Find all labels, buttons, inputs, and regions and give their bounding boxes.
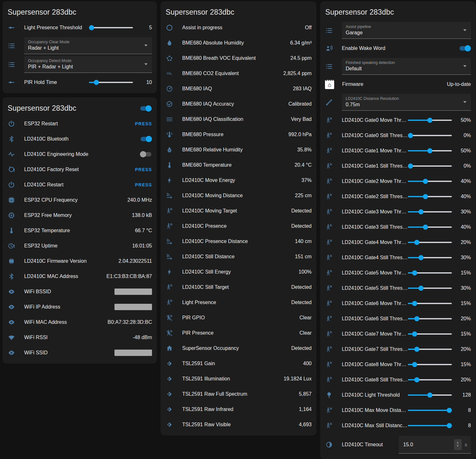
press-button[interactable]: PRESS [135,182,152,187]
entity-label: WiFi BSSID [24,289,114,295]
slider-thumb[interactable] [412,270,417,275]
select-field[interactable]: LD2410C Distance Resolution0.75m [342,94,471,111]
entity-label: LD2410C MAC Address [24,274,103,279]
slider-thumb[interactable] [418,286,424,291]
entity-label: LD2410C Gate6 Still Thres… [342,316,408,322]
slider[interactable] [408,361,452,368]
select-field[interactable]: Assist pipelineGarage [342,22,471,39]
slider[interactable] [408,392,452,398]
entity-row: Enable Wake Word [320,41,476,56]
select-field[interactable]: Finished speaking detectionDefault [342,58,471,75]
check-circle-icon [166,100,173,108]
pressure-icon [166,131,173,138]
entity-label: LD2410C Gate3 Move Thr… [342,209,408,215]
wifi-icon [8,334,15,341]
clock-alert-icon [8,242,15,250]
entity-value: Detected [287,300,312,305]
slider-thumb[interactable] [423,194,428,199]
toggle-switch[interactable] [140,151,152,157]
entity-row: LD2410C Moving TargetDetected [161,203,316,219]
slider[interactable] [408,193,452,200]
slider[interactable] [408,209,452,215]
slider-thumb[interactable] [408,163,413,169]
slider-thumb[interactable] [447,423,452,428]
entity-label: LD2410C Firmware Version [24,258,114,264]
slider[interactable] [408,407,452,414]
slider[interactable] [408,346,452,352]
motion-icon [325,361,333,368]
slider-thumb[interactable] [427,148,432,153]
slider-thumb[interactable] [427,118,432,123]
eye-icon [8,318,15,326]
column-middle: Supersensor 283dbcAssist in progressOffB… [161,1,316,435]
entity-label: LD2410C Bluetooth [24,136,140,142]
slider[interactable] [408,163,452,169]
select-field[interactable]: Occupancy Detect ModePIR + Radar + Light [24,56,152,73]
slider[interactable] [408,224,452,230]
slider-thumb[interactable] [418,209,424,214]
redacted-value [114,350,152,356]
stepper[interactable]: ˄˅ [454,439,462,450]
slider[interactable] [408,300,452,307]
slider-value: 50% [456,148,471,154]
entity-label: TSL2591 Gain [182,361,299,366]
slider-thumb[interactable] [412,362,417,367]
press-button[interactable]: PRESS [135,121,152,126]
slider[interactable] [89,24,133,31]
slider-thumb[interactable] [423,225,428,230]
entity-label: LD2410C Moving Target [182,208,287,214]
list-icon [8,61,15,68]
slider-thumb[interactable] [412,301,417,306]
slider[interactable] [408,316,452,322]
motion-icon [325,300,333,307]
press-button[interactable]: PRESS [135,167,152,172]
entity-value: -48 dBm [129,335,152,340]
card-header-toggle[interactable] [140,105,152,112]
number-input[interactable]: 15.0˄˅s [399,436,471,454]
eye-icon [8,303,15,311]
slider-thumb[interactable] [423,179,428,184]
entity-row: LD2410C Gate6 Still Thres…20% [320,311,476,326]
entity-label: WiFi SSID [24,350,114,356]
slider[interactable] [408,117,452,123]
entity-row: CO2BME680 CO2 Equivalent2,825.4 ppm [161,66,316,81]
water-icon [166,39,173,47]
card-sensors: Supersensor 283dbcAssist in progressOffB… [161,1,316,435]
entity-row: LD2410C Gate5 Move Thr…15% [320,265,476,281]
slider-thumb[interactable] [418,255,424,260]
slider[interactable] [408,132,452,139]
entity-label: LD2410C Still Distance [182,254,291,260]
slider[interactable] [408,254,452,261]
slider-thumb[interactable] [412,331,417,337]
slider[interactable] [408,239,452,246]
entity-value: 240.0 MHz [124,197,152,203]
slider-track [89,27,133,28]
slider[interactable] [408,148,452,154]
slider-value: 40% [456,224,471,230]
entity-label: LD2410C Still Energy [182,269,295,275]
slider-thumb[interactable] [89,25,94,30]
stepper-down-icon[interactable]: ˅ [457,445,459,447]
slider-thumb[interactable] [414,240,419,245]
slider-thumb[interactable] [427,393,432,398]
slider[interactable] [89,79,133,86]
slider-thumb[interactable] [414,347,419,352]
entity-row: LD2410C Gate2 Move Thr…40% [320,174,476,189]
slider[interactable] [408,178,452,184]
slider-thumb[interactable] [94,80,99,85]
slider-thumb[interactable] [414,377,419,382]
toggle-switch[interactable] [140,136,152,142]
toggle-switch[interactable] [459,45,471,52]
slider[interactable] [408,331,452,337]
slider[interactable] [408,270,452,276]
entity-label: TSL2591 Raw Full Spectrum [182,391,295,397]
entity-value: Up-to-date [443,81,471,87]
slider-thumb[interactable] [408,133,413,138]
entity-label: ESP32 CPU Frequency [24,197,124,203]
slider[interactable] [408,377,452,383]
select-field[interactable]: Occupancy Clear ModeRadar + Light [24,37,152,54]
slider-thumb[interactable] [414,316,419,321]
slider[interactable] [408,285,452,291]
slider-thumb[interactable] [447,408,452,413]
slider[interactable] [408,422,452,429]
